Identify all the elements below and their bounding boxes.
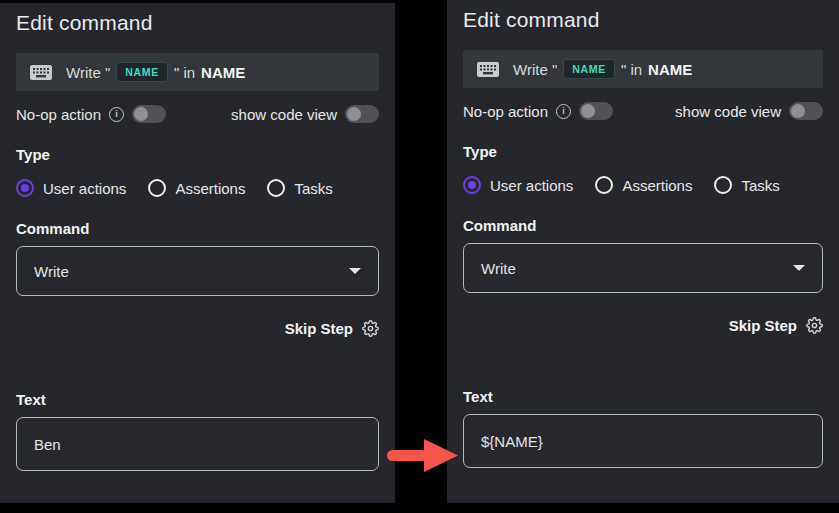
text-label: Text <box>16 391 379 408</box>
show-code-view-toggle[interactable] <box>345 105 379 123</box>
page-title: Edit command <box>463 0 823 32</box>
type-radio-group: User actions Assertions Tasks <box>16 179 379 197</box>
gear-icon[interactable] <box>806 317 823 334</box>
edit-command-panel-before: Edit command Write "NAME" inNAME No-op a… <box>0 3 395 503</box>
edit-command-panel-after: Edit command Write "NAME" inNAME No-op a… <box>447 0 839 503</box>
command-label: Command <box>463 217 823 234</box>
command-preview-text: Write "NAME" inNAME <box>513 59 692 79</box>
info-icon <box>109 107 124 122</box>
command-select[interactable]: Write <box>16 246 379 296</box>
variable-chip: NAME <box>563 59 615 79</box>
keyboard-icon <box>30 65 52 80</box>
command-select-value: Write <box>481 260 516 277</box>
type-label: Type <box>463 143 823 160</box>
preview-mid: " in <box>621 61 642 78</box>
radio-circle <box>595 176 613 194</box>
radio-circle <box>714 176 732 194</box>
command-label: Command <box>16 220 379 237</box>
radio-tasks[interactable]: Tasks <box>714 176 779 194</box>
text-label: Text <box>463 388 823 405</box>
radio-circle <box>148 179 166 197</box>
before-after-composite: Edit command Write "NAME" inNAME No-op a… <box>0 0 839 513</box>
type-radio-group: User actions Assertions Tasks <box>463 176 823 194</box>
show-code-view-toggle[interactable] <box>789 102 823 120</box>
toggle-knob <box>134 107 148 121</box>
page-title: Edit command <box>16 3 379 35</box>
skip-step-label: Skip Step <box>729 317 797 334</box>
toggles-row: No-op action show code view <box>463 102 823 120</box>
command-select-value: Write <box>34 263 69 280</box>
toggle-knob <box>347 107 361 121</box>
radio-circle <box>16 179 34 197</box>
chevron-down-icon <box>793 265 805 271</box>
radio-assertions[interactable]: Assertions <box>148 179 245 197</box>
variable-chip: NAME <box>116 62 168 82</box>
noop-label: No-op action <box>463 103 548 120</box>
radio-circle <box>267 179 285 197</box>
command-select[interactable]: Write <box>463 243 823 293</box>
keyboard-icon <box>477 62 499 77</box>
show-code-view-label: show code view <box>231 106 337 123</box>
toggles-row: No-op action show code view <box>16 105 379 123</box>
command-preview: Write "NAME" inNAME <box>16 53 379 91</box>
noop-toggle[interactable] <box>579 102 613 120</box>
noop-label: No-op action <box>16 106 101 123</box>
preview-mid: " in <box>174 64 195 81</box>
skip-step-row: Skip Step <box>463 317 823 334</box>
preview-target: NAME <box>201 64 245 81</box>
radio-tasks[interactable]: Tasks <box>267 179 332 197</box>
radio-user-actions[interactable]: User actions <box>463 176 573 194</box>
skip-step-label: Skip Step <box>285 320 353 337</box>
command-preview: Write "NAME" inNAME <box>463 50 823 88</box>
command-preview-text: Write "NAME" inNAME <box>66 62 245 82</box>
radio-assertions[interactable]: Assertions <box>595 176 692 194</box>
chevron-down-icon <box>349 268 361 274</box>
toggle-knob <box>791 104 805 118</box>
text-input[interactable]: Ben <box>16 417 379 471</box>
radio-user-actions[interactable]: User actions <box>16 179 126 197</box>
preview-prefix: Write " <box>513 61 557 78</box>
skip-step-row: Skip Step <box>16 320 379 337</box>
type-label: Type <box>16 146 379 163</box>
gear-icon[interactable] <box>362 320 379 337</box>
text-input-value: ${NAME} <box>481 433 543 450</box>
preview-prefix: Write " <box>66 64 110 81</box>
text-input[interactable]: ${NAME} <box>463 414 823 468</box>
toggle-knob <box>581 104 595 118</box>
text-input-value: Ben <box>34 436 61 453</box>
arrow-right-icon <box>386 437 460 475</box>
show-code-view-label: show code view <box>675 103 781 120</box>
radio-circle <box>463 176 481 194</box>
noop-toggle[interactable] <box>132 105 166 123</box>
preview-target: NAME <box>648 61 692 78</box>
info-icon <box>556 104 571 119</box>
